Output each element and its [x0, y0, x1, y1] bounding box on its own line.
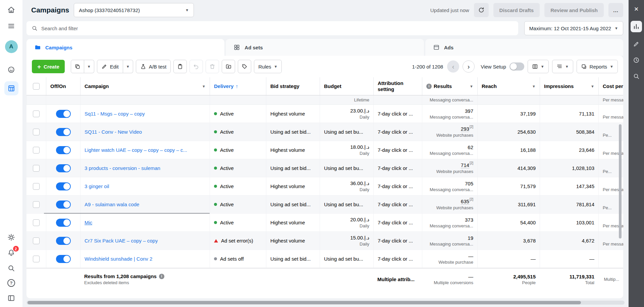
campaign-on-toggle[interactable]: [56, 182, 71, 190]
row-checkbox[interactable]: [33, 147, 40, 154]
account-selector[interactable]: Ashop (333702405178732) ▼: [74, 3, 194, 17]
delivery-status-icon: [214, 167, 217, 170]
row-checkbox[interactable]: [33, 165, 40, 172]
row-checkbox[interactable]: [33, 256, 40, 262]
ab-test-button[interactable]: A/B test: [136, 60, 171, 73]
prev-page-button[interactable]: ‹: [447, 60, 459, 73]
tab-label: Campaigns: [45, 45, 72, 50]
campaign-name-link[interactable]: SQ11 - Conv - New Video: [85, 129, 142, 135]
row-checkbox[interactable]: [33, 219, 40, 226]
reach-cell: 71,579: [477, 177, 540, 195]
view-setup-toggle[interactable]: [509, 62, 524, 71]
campaign-name-link[interactable]: A9 - sulaiman wala code: [85, 202, 139, 207]
header-budget[interactable]: Budget: [320, 77, 373, 95]
reach-cell: —: [477, 250, 540, 268]
header-cost-per[interactable]: Cost per: [598, 77, 623, 95]
row-checkbox[interactable]: [33, 111, 40, 117]
header-reach[interactable]: Reach▼: [477, 77, 540, 95]
search-rail-icon[interactable]: [7, 264, 16, 272]
paste-button[interactable]: [173, 60, 187, 73]
campaign-on-toggle[interactable]: [56, 219, 71, 227]
discard-drafts-button[interactable]: Discard Drafts: [493, 3, 540, 17]
menu-icon[interactable]: [7, 21, 16, 30]
delivery-status-text: Active: [220, 220, 234, 225]
horizontal-scrollbar-track[interactable]: [26, 301, 625, 305]
select-all-checkbox[interactable]: [33, 83, 40, 90]
edit-dropdown-button[interactable]: ▼: [123, 60, 133, 73]
search-input[interactable]: [41, 26, 513, 31]
duplicate-button[interactable]: [71, 60, 84, 73]
reports-button[interactable]: Reports ▼: [577, 60, 618, 73]
duplicate-dropdown-button[interactable]: ▼: [84, 60, 94, 73]
campaign-name-link[interactable]: Cr7 Six Pack UAE – copy – copy: [85, 238, 158, 244]
history-clock-icon[interactable]: [632, 56, 641, 64]
next-page-button[interactable]: ›: [463, 60, 475, 73]
header-delivery[interactable]: Delivery↑: [210, 77, 266, 95]
columns-button[interactable]: ▼: [528, 60, 549, 73]
review-publish-button[interactable]: Review and Publish: [544, 3, 604, 17]
table-row: A9 - sulaiman wala code Active Using ad …: [26, 195, 623, 214]
search-bar[interactable]: [26, 21, 518, 35]
sort-asc-icon: ↑: [235, 83, 238, 89]
smiley-feedback-icon[interactable]: [7, 65, 16, 74]
tab-ads[interactable]: Ads: [425, 39, 623, 56]
vertical-scrollbar[interactable]: [619, 124, 622, 238]
row-checkbox[interactable]: [33, 201, 40, 208]
tag-button[interactable]: [238, 60, 251, 73]
edit-button-group: Edit ▼: [97, 60, 133, 73]
campaign-name-link[interactable]: Windshield sunshade | Conv 2: [85, 256, 152, 262]
horizontal-scrollbar-thumb[interactable]: [28, 301, 581, 304]
refresh-button[interactable]: [474, 3, 489, 17]
campaign-name-link[interactable]: Lighter watch UAE – copy – copy – copy –…: [85, 147, 187, 153]
close-icon[interactable]: ✕: [632, 5, 641, 13]
settings-gear-icon[interactable]: [7, 233, 16, 242]
edit-button[interactable]: Edit: [97, 60, 123, 73]
campaign-name-link[interactable]: Sq11 - Msgs – copy – copy: [85, 111, 145, 117]
charts-panel-icon[interactable]: [631, 21, 642, 32]
campaign-on-toggle[interactable]: [56, 237, 71, 245]
ads-manager-table-icon[interactable]: [4, 81, 18, 95]
campaign-name-link[interactable]: Mic: [85, 220, 92, 225]
more-options-button[interactable]: ...: [608, 3, 623, 17]
help-icon[interactable]: ?: [7, 279, 15, 287]
table-header: Off/On Campaign▼ Delivery↑ Bid strategy …: [26, 77, 623, 95]
edit-panel-icon[interactable]: [632, 40, 641, 48]
row-checkbox[interactable]: [33, 183, 40, 190]
tab-campaigns[interactable]: Campaigns: [26, 39, 224, 56]
results-label: Messaging conversa...: [430, 223, 473, 228]
collapse-sidebar-icon[interactable]: [7, 294, 16, 302]
home-icon[interactable]: [7, 5, 16, 14]
budget-cell: 15.00.د.إDaily: [320, 232, 373, 250]
results-label: Website purchases: [436, 169, 473, 174]
header-campaign[interactable]: Campaign▼: [80, 77, 210, 95]
export-button[interactable]: [222, 60, 235, 73]
campaign-on-toggle[interactable]: [56, 201, 71, 209]
row-checkbox[interactable]: [33, 129, 40, 135]
campaign-on-toggle[interactable]: [56, 110, 71, 118]
row-checkbox[interactable]: [33, 237, 40, 244]
header-impressions[interactable]: Impressions▼: [540, 77, 598, 95]
breakdown-button[interactable]: ▼: [552, 60, 573, 73]
campaign-name-link[interactable]: 3 ginger oil: [85, 183, 109, 189]
header-bid-strategy[interactable]: Bid strategy: [266, 77, 320, 95]
zoom-search-icon[interactable]: [632, 72, 641, 81]
avatar[interactable]: A: [5, 40, 18, 53]
campaign-on-toggle[interactable]: [56, 128, 71, 136]
notifications-bell-icon[interactable]: 2: [7, 248, 16, 257]
campaign-on-toggle[interactable]: [56, 146, 71, 154]
undo-button[interactable]: [190, 60, 203, 73]
rules-button[interactable]: Rules ▼: [254, 60, 282, 73]
tag-icon: [241, 63, 248, 70]
info-icon: i: [159, 274, 164, 279]
tab-ad-sets[interactable]: Ad sets: [226, 39, 424, 56]
delete-button[interactable]: [206, 60, 219, 73]
date-range-selector[interactable]: Maximum: 12 Oct 2021-15 Aug 2022 ▼: [524, 21, 623, 35]
header-results[interactable]: iResults▼: [422, 77, 477, 95]
header-attribution[interactable]: Attribution setting: [373, 77, 422, 95]
campaign-name-link[interactable]: 3 products - conversion - suleman: [85, 165, 160, 171]
campaign-on-toggle[interactable]: [56, 164, 71, 172]
header-off-on[interactable]: Off/On: [46, 77, 80, 95]
delivery-status-icon: [214, 257, 217, 260]
create-button[interactable]: + Create: [32, 60, 65, 73]
campaign-on-toggle[interactable]: [56, 255, 71, 263]
